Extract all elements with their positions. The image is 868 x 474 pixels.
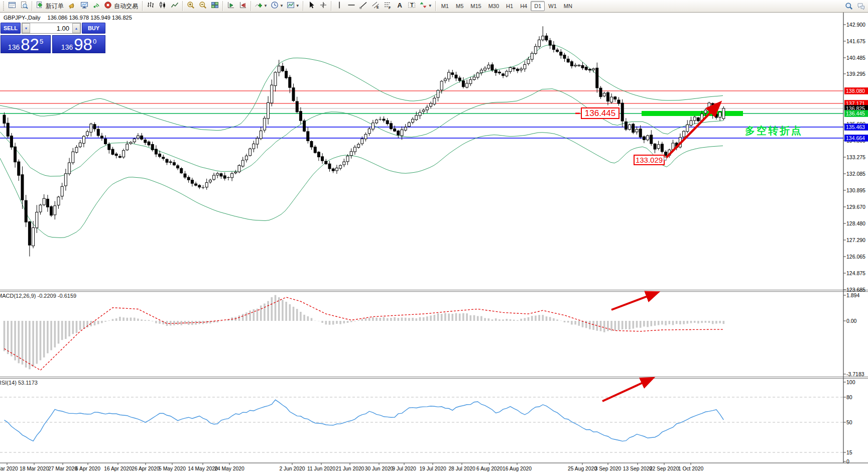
timeframe-m5-button[interactable]: M5 <box>452 1 467 11</box>
candlestick-chart-icon[interactable] <box>157 1 169 12</box>
svg-text:30 Jun 2020: 30 Jun 2020 <box>365 466 394 471</box>
text-icon[interactable]: A <box>394 1 406 12</box>
rsi-indicator-label: RSI(14) 53.1173 <box>0 380 38 386</box>
panel-separators[interactable] <box>0 290 868 379</box>
sell-button[interactable]: SELL <box>1 23 21 34</box>
market-watch-icon[interactable] <box>66 1 78 12</box>
arrows-button[interactable]: ▼ <box>418 1 434 12</box>
price-annotation-133029[interactable]: 133.029 <box>634 155 665 165</box>
volume-input[interactable]: 1.00 <box>30 23 72 33</box>
svg-text:0.00: 0.00 <box>846 318 857 324</box>
new-order-icon <box>36 1 44 11</box>
svg-text:124.875: 124.875 <box>846 270 865 276</box>
svg-text:80: 80 <box>846 394 852 400</box>
timeframe-mn-button[interactable]: MN <box>560 1 576 11</box>
autotrading-icon <box>104 1 112 11</box>
buy-price-display[interactable]: 136980 <box>52 35 105 53</box>
zoom-out-icon-icon <box>199 1 207 11</box>
timeframe-d1-button[interactable]: D1 <box>531 1 545 11</box>
volume-decrease-button[interactable]: ▼ <box>22 23 30 33</box>
navigator-icon[interactable] <box>90 1 102 12</box>
timeframe-w1-button[interactable]: W1 <box>545 1 560 11</box>
tile-windows-icon-icon <box>211 1 219 11</box>
indicators-button[interactable]: ▼ <box>253 1 269 12</box>
trendline-icon[interactable] <box>357 1 369 12</box>
macd-histogram <box>5 295 724 370</box>
crosshair-icon[interactable] <box>317 1 329 12</box>
zoom-in-icon[interactable] <box>185 1 197 12</box>
trendline-icon-icon <box>359 1 367 11</box>
chart-window-icon-icon <box>8 1 16 11</box>
svg-text:136.445: 136.445 <box>846 110 865 116</box>
profile-charts-icon[interactable] <box>18 1 30 12</box>
sell-price-figure: 136 <box>8 44 20 51</box>
chart-shift-icon[interactable] <box>237 1 249 12</box>
auto-scroll-icon[interactable] <box>225 1 237 12</box>
svg-text:50: 50 <box>846 419 852 425</box>
equidistant-channel-icon-icon: E <box>371 1 380 11</box>
periods-button[interactable]: ▼ <box>269 1 285 12</box>
cursor-icon[interactable] <box>305 1 317 12</box>
templates-icon <box>287 1 295 11</box>
chart-symbol-title: GBPJPY-,Daily136.086 136.978 135.949 136… <box>4 15 132 21</box>
new-order-button[interactable]: 新订单 <box>34 1 66 12</box>
text-label-icon[interactable]: T <box>406 1 418 12</box>
buy-price-pips: 98 <box>74 38 92 52</box>
timeframe-m30-button[interactable]: M30 <box>485 1 503 11</box>
svg-text:100: 100 <box>846 379 855 385</box>
svg-text:132.085: 132.085 <box>846 171 865 177</box>
autotrading-button[interactable]: 自动交易 <box>102 1 141 12</box>
timeframe-m1-button[interactable]: M1 <box>438 1 452 11</box>
data-window-icon[interactable] <box>78 1 90 12</box>
horizontal-line-icon[interactable] <box>345 1 357 12</box>
turning-point-note[interactable]: 多空转折点 <box>745 124 803 138</box>
timeframe-h1-button[interactable]: H1 <box>503 1 517 11</box>
svg-text:24 May 2020: 24 May 2020 <box>214 466 244 471</box>
svg-text:15: 15 <box>846 449 852 455</box>
timeframe-h4-button[interactable]: H4 <box>517 1 531 11</box>
text-icon-icon: A <box>396 1 404 11</box>
zoom-out-icon[interactable] <box>197 1 209 12</box>
templates-button[interactable]: ▼ <box>285 1 301 12</box>
chart-window-icon[interactable] <box>6 1 18 12</box>
timeframe-m15-button[interactable]: M15 <box>467 1 484 11</box>
svg-text:26 Apr 2020: 26 Apr 2020 <box>132 466 160 471</box>
svg-text:140.485: 140.485 <box>846 55 865 61</box>
toolbar-separator <box>32 1 33 11</box>
annotation-selection-handle[interactable] <box>664 157 667 160</box>
horizontal-line-icon-icon <box>347 1 355 11</box>
svg-text:13 Sep 2020: 13 Sep 2020 <box>623 466 653 471</box>
svg-text:-3.7183: -3.7183 <box>846 371 864 377</box>
toolbar-grip <box>2 2 5 11</box>
sell-price-display[interactable]: 136825 <box>1 35 51 53</box>
svg-text:19 Jul 2020: 19 Jul 2020 <box>419 466 446 471</box>
line-chart-icon[interactable] <box>169 1 181 12</box>
bar-chart-icon[interactable] <box>145 1 157 12</box>
line-chart-icon-icon <box>171 1 179 11</box>
bar-chart-icon-icon <box>147 1 155 11</box>
equidistant-channel-icon[interactable]: E <box>369 1 382 12</box>
candlestick-series <box>3 26 725 256</box>
vertical-line-icon[interactable] <box>333 1 345 12</box>
tile-windows-icon[interactable] <box>209 1 221 12</box>
svg-text:22 Sep 2020: 22 Sep 2020 <box>650 466 679 471</box>
price-chart[interactable]: 142.900141.675140.485139.295135.690134.5… <box>0 0 868 474</box>
svg-text:A: A <box>397 2 402 9</box>
data-window-icon-icon <box>80 1 88 11</box>
vertical-line-icon-icon <box>335 1 343 11</box>
navigator-icon-icon <box>92 1 100 11</box>
rsi-level-lines <box>0 397 843 452</box>
fibonacci-icon[interactable]: F <box>382 1 394 12</box>
search-icon[interactable] <box>843 1 855 12</box>
svg-text:16 Apr 2020: 16 Apr 2020 <box>104 466 132 471</box>
chat-icon[interactable] <box>855 1 867 12</box>
buy-button[interactable]: BUY <box>82 23 105 34</box>
svg-text:6 Aug 2020: 6 Aug 2020 <box>476 466 503 471</box>
crosshair-icon-icon <box>319 1 327 11</box>
svg-text:130.895: 130.895 <box>846 187 865 193</box>
candlestick-chart-icon-icon <box>159 1 167 11</box>
price-annotation-136445[interactable]: 136.445 <box>581 107 619 119</box>
green-resistance-bar[interactable] <box>642 111 743 116</box>
svg-text:25 Aug 2020: 25 Aug 2020 <box>568 466 597 471</box>
volume-increase-button[interactable]: ▲ <box>72 23 80 33</box>
